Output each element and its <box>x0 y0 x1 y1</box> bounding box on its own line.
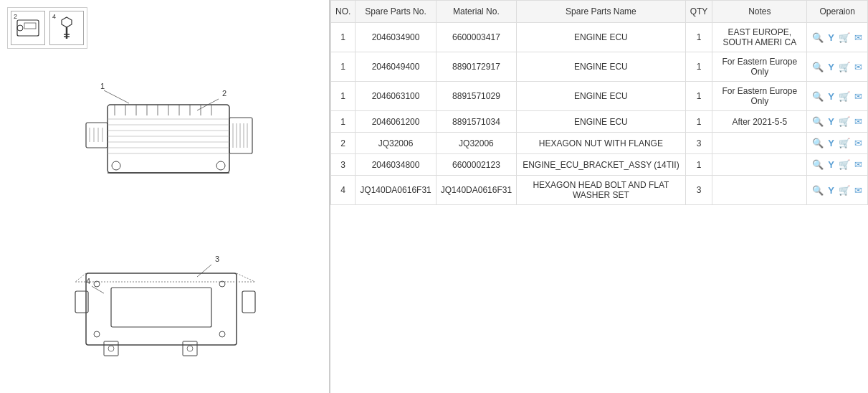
col-operation: Operaion <box>807 1 868 23</box>
search-icon[interactable]: 🔍 <box>811 32 824 44</box>
col-no: NO. <box>331 1 356 23</box>
cart-icon[interactable]: 🛒 <box>838 158 851 171</box>
mail-icon[interactable]: ✉ <box>854 61 863 73</box>
cell-material-no: 8891571029 <box>436 82 516 111</box>
cell-qty: 1 <box>685 82 712 111</box>
operations-group: 🔍Y🛒✉ <box>811 32 863 44</box>
cell-name: ENGINE ECU <box>517 23 686 52</box>
cell-spare-parts-no: 2046034800 <box>356 154 436 176</box>
mail-icon[interactable]: ✉ <box>854 32 863 44</box>
svg-text:4: 4 <box>86 277 90 285</box>
mail-icon[interactable]: ✉ <box>854 90 863 103</box>
search-icon[interactable]: 🔍 <box>811 61 824 73</box>
svg-rect-22 <box>86 123 108 148</box>
col-name: Spare Parts Name <box>517 1 686 23</box>
col-qty: QTY <box>685 1 712 23</box>
operations-group: 🔍Y🛒✉ <box>811 184 863 196</box>
cell-spare-parts-no: JQ140DA0616F31 <box>356 176 436 205</box>
cell-no: 1 <box>331 52 356 82</box>
table-row: 2JQ32006JQ32006HEXAGON NUT WITH FLANGE3🔍… <box>331 133 868 154</box>
operations-group: 🔍Y🛒✉ <box>811 158 863 171</box>
operations-group: 🔍Y🛒✉ <box>811 61 863 73</box>
cell-name: ENGINE ECU <box>517 82 686 111</box>
cell-qty: 1 <box>685 154 712 176</box>
filter-icon[interactable]: Y <box>827 184 835 196</box>
search-icon[interactable]: 🔍 <box>811 115 824 128</box>
mail-icon[interactable]: ✉ <box>854 158 863 171</box>
bracket-diagram: 3 4 <box>65 252 265 366</box>
cart-icon[interactable]: 🛒 <box>838 61 851 73</box>
svg-line-59 <box>75 273 86 282</box>
cart-icon[interactable]: 🛒 <box>838 32 851 44</box>
svg-point-1 <box>17 25 23 31</box>
svg-rect-2 <box>24 23 36 29</box>
mail-icon[interactable]: ✉ <box>854 115 863 128</box>
diagram-panel: 2 4 1 2 <box>0 0 330 393</box>
cell-operations: 🔍Y🛒✉ <box>807 52 868 82</box>
cell-notes <box>712 154 807 176</box>
cart-icon[interactable]: 🛒 <box>838 137 851 149</box>
mail-icon[interactable]: ✉ <box>854 184 863 196</box>
svg-point-56 <box>108 346 114 351</box>
svg-point-40 <box>112 161 120 170</box>
svg-text:1: 1 <box>100 82 105 90</box>
svg-point-58 <box>187 346 193 351</box>
svg-rect-47 <box>86 273 237 345</box>
cell-notes: EAST EUROPE, SOUTH AMERI CA <box>712 23 807 52</box>
col-material-no: Material No. <box>436 1 516 23</box>
filter-icon[interactable]: Y <box>827 61 835 73</box>
cell-operations: 🔍Y🛒✉ <box>807 111 868 133</box>
search-icon[interactable]: 🔍 <box>811 137 824 149</box>
table-row: 120460494008890172917ENGINE ECU1For East… <box>331 52 868 82</box>
table-row: 120460612008891571034ENGINE ECU1After 20… <box>331 111 868 133</box>
cell-no: 1 <box>331 23 356 52</box>
cell-no: 2 <box>331 133 356 154</box>
table-row: 120460349006600003417ENGINE ECU1EAST EUR… <box>331 23 868 52</box>
cell-operations: 🔍Y🛒✉ <box>807 23 868 52</box>
cell-spare-parts-no: 2046061200 <box>356 111 436 133</box>
search-icon[interactable]: 🔍 <box>811 90 824 103</box>
cell-material-no: JQ32006 <box>436 133 516 154</box>
cell-qty: 3 <box>685 176 712 205</box>
cart-icon[interactable]: 🛒 <box>838 90 851 103</box>
cell-qty: 3 <box>685 133 712 154</box>
cell-material-no: 6600002123 <box>436 154 516 176</box>
search-icon[interactable]: 🔍 <box>811 158 824 171</box>
cell-material-no: 6600003417 <box>436 23 516 52</box>
svg-rect-48 <box>111 288 211 327</box>
cell-operations: 🔍Y🛒✉ <box>807 82 868 111</box>
cell-spare-parts-no: 2046063100 <box>356 82 436 111</box>
thumbnail-bolt[interactable]: 4 <box>49 11 84 45</box>
table-row: 4JQ140DA0616F31JQ140DA0616F31HEXAGON HEA… <box>331 176 868 205</box>
filter-icon[interactable]: Y <box>827 90 835 103</box>
filter-icon[interactable]: Y <box>827 32 835 44</box>
cell-notes: After 2021-5-5 <box>712 111 807 133</box>
filter-icon[interactable]: Y <box>827 115 835 128</box>
cell-notes <box>712 133 807 154</box>
cell-operations: 🔍Y🛒✉ <box>807 176 868 205</box>
cell-no: 1 <box>331 82 356 111</box>
ecu-diagram: 1 2 <box>57 76 272 219</box>
thumbnail-ecu[interactable]: 2 <box>11 11 45 45</box>
cart-icon[interactable]: 🛒 <box>838 184 851 196</box>
cell-qty: 1 <box>685 23 712 52</box>
operations-group: 🔍Y🛒✉ <box>811 115 863 128</box>
cell-name: HEXAGON HEAD BOLT AND FLAT WASHER SET <box>517 176 686 205</box>
filter-icon[interactable]: Y <box>827 137 835 149</box>
cart-icon[interactable]: 🛒 <box>838 115 851 128</box>
cell-material-no: 8891571034 <box>436 111 516 133</box>
svg-rect-55 <box>104 341 118 356</box>
cell-qty: 1 <box>685 52 712 82</box>
filter-icon[interactable]: Y <box>827 158 835 171</box>
svg-point-54 <box>219 331 225 337</box>
cell-spare-parts-no: JQ32006 <box>356 133 436 154</box>
operations-group: 🔍Y🛒✉ <box>811 90 863 103</box>
svg-line-8 <box>104 90 129 103</box>
table-panel: NO. Spare Parts No. Material No. Spare P… <box>330 0 868 393</box>
cell-material-no: JQ140DA0616F31 <box>436 176 516 205</box>
cell-name: ENGINE ECU <box>517 52 686 82</box>
svg-rect-50 <box>242 291 255 313</box>
col-spare-parts-no: Spare Parts No. <box>356 1 436 23</box>
mail-icon[interactable]: ✉ <box>854 137 863 149</box>
search-icon[interactable]: 🔍 <box>811 184 824 196</box>
